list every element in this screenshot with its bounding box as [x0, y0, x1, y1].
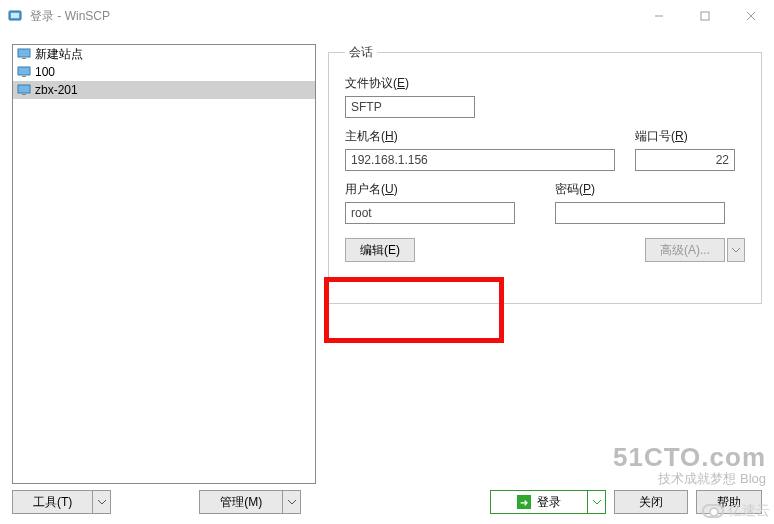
close-button[interactable]: [728, 0, 774, 32]
bottom-bar: 工具(T) 管理(M) ➜ 登录 关闭 帮助: [0, 484, 774, 524]
maximize-button[interactable]: [682, 0, 728, 32]
svg-rect-8: [18, 67, 30, 75]
titlebar: 登录 - WinSCP: [0, 0, 774, 32]
session-legend: 会话: [345, 44, 377, 61]
login-button[interactable]: ➜ 登录: [490, 490, 606, 514]
tools-label: 工具(T): [33, 494, 72, 511]
site-item-label: 新建站点: [35, 46, 83, 63]
advanced-button: 高级(A)...: [645, 238, 725, 262]
edit-button[interactable]: 编辑(E): [345, 238, 415, 262]
tools-button[interactable]: 工具(T): [12, 490, 111, 514]
close-dialog-button[interactable]: 关闭: [614, 490, 688, 514]
site-item-label: zbx-201: [35, 83, 78, 97]
svg-rect-1: [11, 13, 19, 18]
help-label: 帮助: [717, 494, 741, 511]
login-icon: ➜: [517, 495, 531, 509]
host-label: 主机名(H): [345, 128, 615, 145]
username-label: 用户名(U): [345, 181, 535, 198]
svg-rect-10: [18, 85, 30, 93]
port-label: 端口号(R): [635, 128, 745, 145]
svg-rect-9: [22, 76, 26, 77]
manage-button[interactable]: 管理(M): [199, 490, 301, 514]
protocol-label: 文件协议(E): [345, 75, 745, 92]
protocol-combobox[interactable]: [345, 96, 475, 118]
svg-rect-7: [22, 58, 26, 59]
monitor-icon: [17, 66, 31, 78]
advanced-dropdown-icon[interactable]: [727, 238, 745, 262]
close-label: 关闭: [639, 494, 663, 511]
minimize-button[interactable]: [636, 0, 682, 32]
port-input[interactable]: [635, 149, 735, 171]
monitor-icon: [17, 84, 31, 96]
password-input[interactable]: [555, 202, 725, 224]
login-label: 登录: [537, 494, 561, 511]
help-button[interactable]: 帮助: [696, 490, 762, 514]
site-item-zbx201[interactable]: zbx-201: [13, 81, 315, 99]
site-item-new[interactable]: 新建站点: [13, 45, 315, 63]
password-label: 密码(P): [555, 181, 745, 198]
chevron-down-icon[interactable]: [588, 490, 606, 514]
username-input[interactable]: [345, 202, 515, 224]
chevron-down-icon[interactable]: [93, 490, 111, 514]
svg-rect-6: [18, 49, 30, 57]
manage-label: 管理(M): [220, 494, 262, 511]
svg-rect-3: [701, 12, 709, 20]
chevron-down-icon[interactable]: [283, 490, 301, 514]
site-item-label: 100: [35, 65, 55, 79]
site-item-100[interactable]: 100: [13, 63, 315, 81]
monitor-icon: [17, 48, 31, 60]
session-group: 会话 文件协议(E) 主机名(H) 端口号(R) 用户名(U): [328, 44, 762, 304]
window-buttons: [636, 0, 774, 32]
host-input[interactable]: [345, 149, 615, 171]
svg-rect-11: [22, 94, 26, 95]
window-title: 登录 - WinSCP: [30, 8, 636, 25]
app-icon: [8, 8, 24, 24]
site-list[interactable]: 新建站点 100 zbx-201: [12, 44, 316, 484]
